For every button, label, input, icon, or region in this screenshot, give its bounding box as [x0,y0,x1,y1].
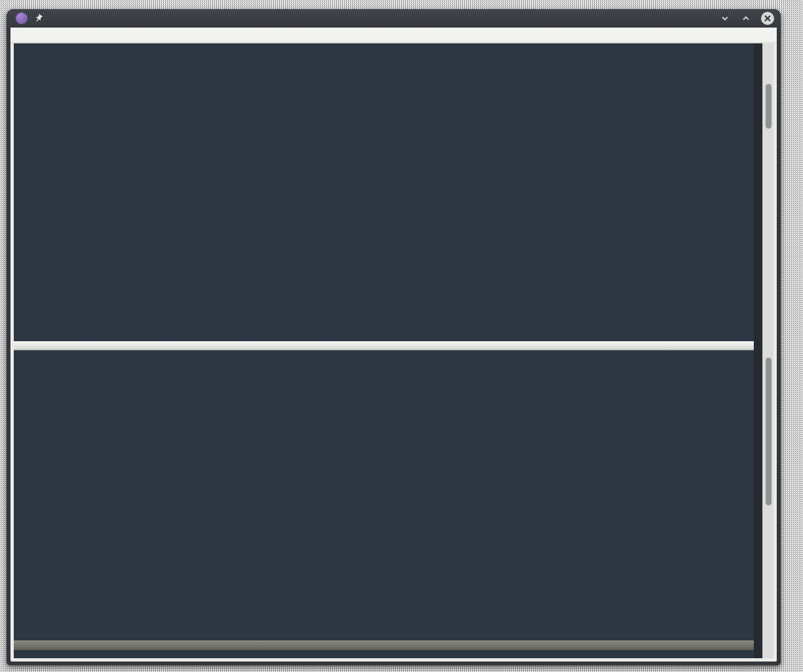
title-bar[interactable] [7,9,781,28]
modeline-ibuffer[interactable] [14,640,754,650]
scrollbar-thumb-top[interactable] [766,84,772,129]
ibuffer-window[interactable] [14,350,754,640]
minimize-button[interactable] [719,12,731,24]
scrollbar-track[interactable] [762,43,773,658]
chevron-up-icon [741,14,751,23]
close-x-icon [764,15,771,22]
chevron-down-icon [720,14,730,23]
modeline-apache2[interactable] [14,341,754,350]
right-fringe [754,43,762,658]
emacs-window [7,9,781,665]
menu-bar [10,28,777,43]
echo-area[interactable] [14,650,754,658]
maximize-button[interactable] [740,12,752,24]
close-button[interactable] [761,12,774,25]
apache2-buffer-window[interactable] [14,43,754,341]
pin-icon[interactable] [34,14,43,23]
emacs-logo-icon [16,12,28,24]
frame-client-area [10,28,777,662]
scrollbar-thumb-bottom[interactable] [766,358,772,505]
